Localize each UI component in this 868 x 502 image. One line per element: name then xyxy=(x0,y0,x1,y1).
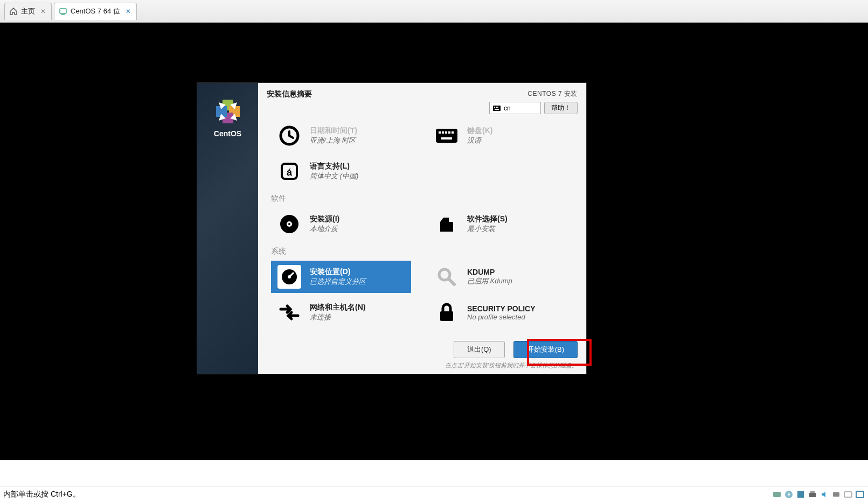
spoke-language[interactable]: á 语言支持(L) 简体中文 (中国) xyxy=(271,155,411,187)
svg-rect-31 xyxy=(797,491,804,498)
svg-rect-10 xyxy=(495,109,499,110)
section-system: 系统 xyxy=(271,247,573,256)
installer-sidebar: CentOS xyxy=(197,83,258,374)
header-brand: CENTOS 7 安装 xyxy=(527,89,578,99)
help-button[interactable]: 帮助！ xyxy=(544,102,578,114)
tab-label: 主页 xyxy=(21,6,35,16)
keyboard-icon xyxy=(493,106,501,111)
lang-code: cn xyxy=(504,104,511,112)
spoke-title: SECURITY POLICY xyxy=(467,304,536,313)
anaconda-installer: CentOS 安装信息摘要 CENTOS 7 安装 cn 帮助！ xyxy=(197,83,586,374)
tab-vm[interactable]: CentOS 7 64 位 ✕ xyxy=(54,3,137,20)
close-icon[interactable]: ✕ xyxy=(126,8,131,15)
svg-rect-1 xyxy=(61,14,65,15)
tray-printer-icon[interactable] xyxy=(808,490,817,499)
status-bar: 内部单击或按 Ctrl+G。 xyxy=(0,486,868,502)
svg-rect-28 xyxy=(773,492,781,497)
spoke-title: 安装位置(D) xyxy=(310,267,366,277)
svg-rect-15 xyxy=(445,131,447,134)
spoke-title: 软件选择(S) xyxy=(467,214,508,224)
svg-rect-32 xyxy=(809,493,816,497)
tray-fullscreen-icon[interactable] xyxy=(855,490,865,499)
svg-rect-7 xyxy=(494,107,495,108)
search-icon xyxy=(435,265,459,289)
spoke-sub: 亚洲/上海 时区 xyxy=(310,136,357,145)
svg-point-23 xyxy=(288,223,290,225)
tray-net-icon[interactable] xyxy=(796,490,805,499)
spoke-datetime[interactable]: 日期和时间(T) 亚洲/上海 时区 xyxy=(271,120,411,152)
tab-home[interactable]: 主页 ✕ xyxy=(4,3,52,20)
tray-msg-icon[interactable] xyxy=(843,490,853,499)
svg-rect-35 xyxy=(844,492,852,497)
svg-rect-16 xyxy=(448,131,450,134)
spoke-sub: 已启用 Kdump xyxy=(467,276,512,286)
spoke-install-source[interactable]: 安装源(I) 本地介质 xyxy=(271,208,411,240)
spoke-keyboard[interactable]: 键盘(K) 汉语 xyxy=(428,120,568,152)
svg-rect-0 xyxy=(60,9,66,13)
svg-rect-33 xyxy=(810,491,815,493)
spoke-title: 键盘(K) xyxy=(467,126,492,136)
language-icon: á xyxy=(277,159,301,183)
status-text: 内部单击或按 Ctrl+G。 xyxy=(3,490,80,499)
package-icon xyxy=(435,212,459,236)
svg-rect-6 xyxy=(493,106,501,111)
spoke-area: 日期和时间(T) 亚洲/上海 时区 键盘(K) 汉语 xyxy=(258,118,586,336)
tab-bar: 主页 ✕ CentOS 7 64 位 ✕ xyxy=(0,0,868,23)
vm-console[interactable]: CentOS 安装信息摘要 CENTOS 7 安装 cn 帮助！ xyxy=(0,23,868,460)
spoke-kdump[interactable]: KDUMP 已启用 Kdump xyxy=(428,261,568,293)
tray-usb-icon[interactable] xyxy=(831,490,841,499)
network-icon xyxy=(277,301,301,324)
svg-rect-9 xyxy=(497,107,498,108)
svg-rect-34 xyxy=(833,492,839,497)
spoke-sub: 未连接 xyxy=(310,312,365,322)
centos-logo-icon xyxy=(214,98,241,125)
svg-rect-36 xyxy=(856,491,864,498)
svg-rect-8 xyxy=(496,107,497,108)
keyboard-icon xyxy=(435,124,459,148)
tray-sound-icon[interactable] xyxy=(820,490,829,499)
svg-rect-13 xyxy=(439,131,441,134)
tab-label: CentOS 7 64 位 xyxy=(71,6,120,16)
section-software: 软件 xyxy=(271,194,573,204)
disc-icon xyxy=(277,212,301,236)
tray-cd-icon[interactable] xyxy=(784,490,794,499)
svg-text:á: á xyxy=(287,167,293,178)
spoke-title: 网络和主机名(N) xyxy=(310,303,365,312)
installer-header: 安装信息摘要 CENTOS 7 安装 cn 帮助！ xyxy=(258,83,586,118)
spoke-sub: 简体中文 (中国) xyxy=(310,171,358,181)
spoke-sub: 汉语 xyxy=(467,136,492,145)
quit-button[interactable]: 退出(Q) xyxy=(454,341,505,358)
page-title: 安装信息摘要 xyxy=(267,89,312,99)
spoke-destination[interactable]: 安装位置(D) 已选择自定义分区 xyxy=(271,261,411,293)
disk-icon xyxy=(277,265,301,289)
lock-icon xyxy=(435,301,459,324)
svg-rect-18 xyxy=(441,137,452,140)
spoke-software-selection[interactable]: 软件选择(S) 最小安装 xyxy=(428,208,568,240)
svg-point-30 xyxy=(788,493,790,496)
centos-brand: CentOS xyxy=(214,129,241,138)
svg-rect-27 xyxy=(440,311,453,321)
home-icon xyxy=(9,7,18,16)
installer-footer: 退出(Q) 开始安装(B) 在点击'开始安装'按钮前我们并不会操作您的磁盘。 xyxy=(258,336,586,374)
spoke-title: 日期和时间(T) xyxy=(310,126,357,136)
divider xyxy=(0,460,868,486)
tray-icons xyxy=(772,490,865,499)
spoke-title: 语言支持(L) xyxy=(310,162,358,171)
vm-icon xyxy=(59,7,67,16)
keyboard-indicator[interactable]: cn xyxy=(489,102,541,114)
footer-hint: 在点击'开始安装'按钮前我们并不会操作您的磁盘。 xyxy=(445,361,578,369)
spoke-sub: No profile selected xyxy=(467,313,536,321)
spoke-security[interactable]: SECURITY POLICY No profile selected xyxy=(428,296,568,329)
spoke-sub: 最小安装 xyxy=(467,224,508,234)
svg-point-25 xyxy=(288,275,291,278)
spoke-sub: 本地介质 xyxy=(310,224,339,234)
tray-disk-icon[interactable] xyxy=(772,490,782,499)
close-icon[interactable]: ✕ xyxy=(40,8,46,15)
spoke-sub: 已选择自定义分区 xyxy=(310,277,366,287)
begin-install-button[interactable]: 开始安装(B) xyxy=(513,341,578,358)
svg-rect-14 xyxy=(442,131,444,134)
svg-rect-12 xyxy=(436,129,457,143)
clock-icon xyxy=(277,124,301,148)
spoke-network[interactable]: 网络和主机名(N) 未连接 xyxy=(271,296,411,329)
svg-rect-17 xyxy=(452,131,454,134)
